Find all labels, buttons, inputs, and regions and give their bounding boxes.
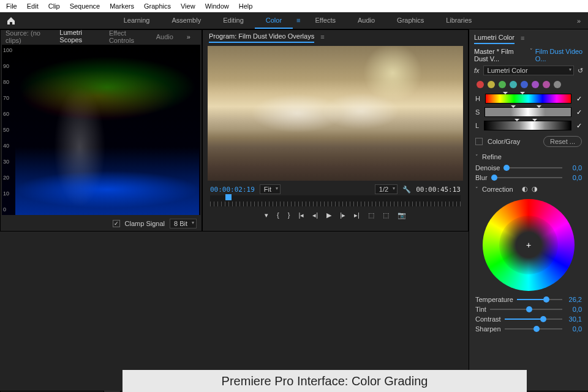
home-button[interactable] bbox=[0, 16, 22, 26]
contrast-slider[interactable] bbox=[505, 318, 562, 320]
ws-color-menu-icon[interactable]: ≡ bbox=[293, 13, 304, 29]
mark-in-icon[interactable]: { bbox=[276, 210, 281, 220]
menu-window[interactable]: Window bbox=[202, 1, 233, 11]
scope-waveform[interactable]: 1009080 706050 403020 100 bbox=[2, 45, 200, 215]
lift-icon[interactable]: ⬚ bbox=[367, 210, 375, 221]
color-swatches bbox=[469, 77, 588, 92]
play-icon[interactable]: ▶ bbox=[325, 210, 333, 221]
ws-libraries[interactable]: Libraries bbox=[435, 13, 483, 29]
correction-mode-b-icon[interactable]: ◑ bbox=[532, 185, 538, 193]
settings-wrench-icon[interactable]: 🔧 bbox=[402, 186, 411, 194]
add-marker-icon[interactable]: ▾ bbox=[263, 210, 270, 221]
blur-slider[interactable] bbox=[491, 177, 562, 178]
ws-effects[interactable]: Effects bbox=[304, 13, 347, 29]
sat-label: S bbox=[475, 108, 480, 116]
hue-check-icon[interactable]: ✓ bbox=[576, 95, 582, 103]
correction-toggle-icon[interactable]: ˅ bbox=[475, 186, 478, 192]
playhead-icon[interactable] bbox=[225, 194, 232, 200]
swatch-green[interactable] bbox=[499, 81, 506, 88]
extract-icon[interactable]: ⬚ bbox=[382, 210, 390, 221]
program-monitor-panel: Program: Film Dust Video Overlays ≡ 00:0… bbox=[202, 29, 469, 232]
sat-range-slider[interactable] bbox=[484, 107, 571, 117]
correction-mode-a-icon[interactable]: ◐ bbox=[522, 185, 528, 193]
ws-assembly[interactable]: Assembly bbox=[160, 13, 212, 29]
lumetri-color-panel: Lumetri Color ≡ Master * Film Dust V... … bbox=[469, 29, 588, 391]
resolution-select[interactable]: 1/2 bbox=[375, 184, 398, 194]
caption-text: Premiere Pro Interface: Color Grading bbox=[222, 374, 428, 388]
program-title[interactable]: Program: Film Dust Video Overlays bbox=[209, 31, 314, 43]
ws-learning[interactable]: Learning bbox=[113, 13, 161, 29]
caption-overlay: Premiere Pro Interface: Color Grading bbox=[123, 370, 527, 392]
colorgray-label: Color/Gray bbox=[488, 138, 520, 145]
mark-out-icon[interactable]: } bbox=[287, 210, 292, 220]
swatch-gray[interactable] bbox=[554, 81, 561, 88]
color-wheel[interactable] bbox=[483, 199, 575, 291]
menu-edit[interactable]: Edit bbox=[23, 1, 42, 11]
temp-label: Temperature bbox=[475, 296, 513, 303]
menu-sequence[interactable]: Sequence bbox=[66, 1, 104, 11]
menu-graphics[interactable]: Graphics bbox=[140, 1, 175, 11]
tint-value[interactable]: 0,0 bbox=[566, 306, 582, 313]
fx-badge-icon[interactable]: fx bbox=[474, 67, 480, 74]
tint-slider[interactable] bbox=[490, 309, 562, 310]
swatch-yellow[interactable] bbox=[488, 81, 495, 88]
reset-button[interactable]: Reset ... bbox=[543, 136, 582, 147]
swatch-blue[interactable] bbox=[521, 81, 528, 88]
zoom-fit-select[interactable]: Fit bbox=[260, 184, 281, 194]
hue-range-slider[interactable] bbox=[485, 94, 571, 104]
lum-label: L bbox=[475, 122, 479, 129]
lumetri-clip-label[interactable]: Film Dust Video O... bbox=[535, 48, 583, 62]
lumetri-panel-menu-icon[interactable]: ≡ bbox=[521, 34, 524, 42]
menu-view[interactable]: View bbox=[177, 1, 199, 11]
lumetri-title[interactable]: Lumetri Color bbox=[474, 32, 514, 44]
clamp-signal-checkbox[interactable] bbox=[113, 220, 120, 227]
swatch-purple[interactable] bbox=[532, 81, 539, 88]
sharpen-value[interactable]: 0,0 bbox=[566, 325, 582, 333]
step-back-icon[interactable]: ◂| bbox=[311, 210, 319, 221]
ws-color[interactable]: Color bbox=[255, 13, 293, 29]
tab-audio[interactable]: Audio bbox=[156, 31, 173, 42]
lum-range-slider[interactable] bbox=[484, 121, 571, 130]
program-scrubber[interactable] bbox=[210, 195, 461, 206]
contrast-value[interactable]: 30,1 bbox=[566, 315, 582, 323]
menu-file[interactable]: File bbox=[2, 1, 21, 11]
bit-depth-select[interactable]: 8 Bit bbox=[170, 219, 197, 228]
go-to-out-icon[interactable]: ▸| bbox=[353, 210, 361, 221]
export-frame-icon[interactable]: 📷 bbox=[396, 210, 407, 221]
scopes-overflow-icon[interactable]: » bbox=[183, 29, 197, 44]
temp-slider[interactable] bbox=[517, 299, 562, 300]
menu-clip[interactable]: Clip bbox=[45, 1, 64, 11]
tab-effect-controls[interactable]: Effect Controls bbox=[109, 28, 146, 46]
refine-toggle-icon[interactable]: ˅ bbox=[475, 154, 478, 160]
transport-controls: ▾ { } |◂ ◂| ▶ |▸ ▸| ⬚ ⬚ 📷 bbox=[203, 206, 468, 224]
ws-graphics[interactable]: Graphics bbox=[386, 13, 435, 29]
tab-source[interactable]: Source: (no clips) bbox=[6, 28, 50, 46]
swatch-magenta[interactable] bbox=[543, 81, 550, 88]
menu-help[interactable]: Help bbox=[235, 1, 257, 11]
blur-label: Blur bbox=[475, 174, 488, 181]
colorgray-checkbox[interactable] bbox=[475, 138, 483, 145]
reset-effect-icon[interactable]: ↺ bbox=[578, 67, 583, 75]
ws-overflow-icon[interactable]: » bbox=[573, 13, 588, 28]
video-preview[interactable] bbox=[208, 46, 463, 181]
denoise-value[interactable]: 0,0 bbox=[566, 164, 582, 172]
ws-editing[interactable]: Editing bbox=[212, 13, 255, 29]
ws-audio[interactable]: Audio bbox=[347, 13, 386, 29]
sharpen-slider[interactable] bbox=[505, 328, 562, 330]
sharpen-label: Sharpen bbox=[475, 325, 501, 333]
lumetri-effect-select[interactable]: Lumetri Color bbox=[483, 66, 574, 75]
menu-markers[interactable]: Markers bbox=[106, 1, 138, 11]
contrast-label: Contrast bbox=[475, 315, 501, 323]
sat-check-icon[interactable]: ✓ bbox=[576, 108, 582, 116]
program-panel-menu-icon[interactable]: ≡ bbox=[320, 33, 324, 40]
go-to-in-icon[interactable]: |◂ bbox=[297, 210, 305, 221]
swatch-cyan[interactable] bbox=[510, 81, 517, 88]
step-forward-icon[interactable]: |▸ bbox=[339, 210, 347, 221]
denoise-slider[interactable] bbox=[503, 167, 562, 168]
temp-value[interactable]: 26,2 bbox=[566, 296, 582, 303]
lum-check-icon[interactable]: ✓ bbox=[576, 122, 582, 130]
blur-value[interactable]: 0,0 bbox=[566, 174, 582, 181]
timecode-in[interactable]: 00:00:02:19 bbox=[210, 186, 255, 194]
swatch-red[interactable] bbox=[477, 81, 484, 88]
tab-lumetri-scopes[interactable]: Lumetri Scopes bbox=[59, 27, 99, 47]
